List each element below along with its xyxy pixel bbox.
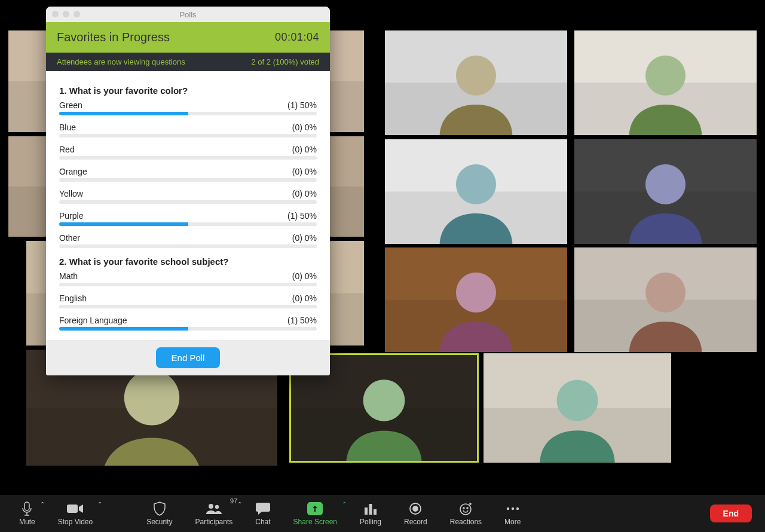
window-controls[interactable] bbox=[52, 11, 80, 17]
svg-rect-40 bbox=[365, 507, 368, 515]
option-bar bbox=[59, 200, 317, 204]
more-button[interactable]: More bbox=[498, 495, 527, 532]
poll-option: Blue(0) 0% bbox=[59, 123, 317, 137]
svg-point-32 bbox=[363, 380, 405, 421]
poll-option: English(0) 0% bbox=[59, 293, 317, 308]
option-label: English bbox=[59, 293, 87, 303]
share-screen-label: Share Screen bbox=[293, 518, 337, 526]
option-bar bbox=[59, 222, 317, 226]
svg-point-39 bbox=[215, 505, 219, 509]
poll-question: 2. What is your favorite school subject? bbox=[59, 256, 317, 267]
video-icon bbox=[67, 501, 84, 516]
poll-title: Favorites in Progress bbox=[57, 30, 170, 44]
end-meeting-button[interactable]: End bbox=[710, 505, 752, 522]
meeting-toolbar: Mute ⌃ Stop Video ⌃ Security Participant… bbox=[0, 495, 765, 532]
mute-label: Mute bbox=[19, 518, 35, 526]
option-bar bbox=[59, 178, 317, 182]
reactions-button[interactable]: Reactions bbox=[444, 495, 488, 532]
polling-icon bbox=[364, 501, 377, 516]
video-tile[interactable] bbox=[574, 30, 757, 135]
svg-rect-41 bbox=[369, 504, 372, 515]
poll-option: Red(0) 0% bbox=[59, 145, 317, 160]
option-pct: (1) 50% bbox=[287, 211, 317, 221]
record-button[interactable]: Record bbox=[398, 495, 433, 532]
security-label: Security bbox=[146, 518, 172, 526]
option-pct: (0) 0% bbox=[292, 123, 317, 132]
svg-point-8 bbox=[645, 56, 686, 96]
option-pct: (0) 0% bbox=[292, 145, 317, 154]
option-label: Green bbox=[59, 100, 82, 110]
chevron-up-icon[interactable]: ⌃ bbox=[40, 501, 45, 507]
option-bar bbox=[59, 112, 317, 115]
participants-button[interactable]: Participants 97 ⌃ bbox=[189, 495, 239, 532]
option-label: Yellow bbox=[59, 189, 83, 198]
security-button[interactable]: Security bbox=[140, 495, 178, 532]
share-screen-button[interactable]: Share Screen ⌃ bbox=[287, 495, 343, 532]
participants-icon bbox=[205, 501, 223, 516]
chevron-up-icon[interactable]: ⌃ bbox=[237, 501, 242, 507]
poll-footer: End Poll bbox=[46, 340, 330, 375]
svg-point-23 bbox=[456, 273, 496, 313]
poll-option: Math(0) 0% bbox=[59, 271, 317, 286]
video-tile[interactable] bbox=[385, 247, 567, 352]
window-title: Polls bbox=[46, 10, 330, 19]
poll-titlebar[interactable]: Polls bbox=[46, 7, 330, 22]
stop-video-button[interactable]: Stop Video ⌃ bbox=[52, 495, 99, 532]
option-label: Foreign Language bbox=[59, 316, 127, 325]
close-icon[interactable] bbox=[52, 11, 59, 17]
participants-label: Participants bbox=[195, 518, 233, 526]
record-label: Record bbox=[404, 518, 427, 526]
more-icon bbox=[506, 501, 520, 516]
svg-point-50 bbox=[516, 507, 519, 510]
video-tile[interactable] bbox=[484, 353, 671, 463]
poll-status-bar: Attendees are now viewing questions 2 of… bbox=[46, 53, 330, 71]
video-tile[interactable] bbox=[385, 30, 567, 135]
poll-option: Yellow(0) 0% bbox=[59, 189, 317, 204]
svg-point-49 bbox=[512, 507, 514, 510]
svg-point-26 bbox=[645, 273, 686, 313]
option-label: Orange bbox=[59, 167, 87, 176]
reactions-icon bbox=[459, 501, 472, 516]
participants-count: 97 bbox=[230, 497, 237, 505]
option-pct: (0) 0% bbox=[292, 293, 317, 303]
poll-window[interactable]: Polls Favorites in Progress 00:01:04 Att… bbox=[46, 7, 330, 375]
option-bar bbox=[59, 244, 317, 248]
option-pct: (1) 50% bbox=[287, 100, 317, 110]
chevron-up-icon[interactable]: ⌃ bbox=[97, 501, 102, 507]
more-label: More bbox=[504, 518, 521, 526]
poll-option: Foreign Language(1) 50% bbox=[59, 316, 317, 331]
maximize-icon[interactable] bbox=[74, 11, 80, 17]
reactions-label: Reactions bbox=[450, 518, 482, 526]
poll-option: Purple(1) 50% bbox=[59, 211, 317, 226]
video-tile[interactable] bbox=[574, 139, 757, 244]
chat-button[interactable]: Chat bbox=[249, 495, 276, 532]
svg-point-5 bbox=[456, 56, 496, 96]
polling-button[interactable]: Polling bbox=[354, 495, 387, 532]
end-poll-button[interactable]: End Poll bbox=[156, 347, 221, 368]
video-tile[interactable] bbox=[574, 247, 757, 352]
svg-point-17 bbox=[645, 164, 686, 204]
microphone-icon bbox=[22, 501, 32, 516]
shield-icon bbox=[153, 501, 166, 516]
share-screen-icon bbox=[307, 501, 323, 516]
option-bar bbox=[59, 327, 317, 331]
option-pct: (1) 50% bbox=[287, 316, 317, 325]
svg-point-38 bbox=[209, 504, 213, 509]
record-icon bbox=[409, 501, 422, 516]
chat-label: Chat bbox=[255, 518, 270, 526]
svg-point-29 bbox=[124, 370, 179, 425]
svg-rect-36 bbox=[25, 502, 29, 510]
poll-option: Green(1) 50% bbox=[59, 100, 317, 115]
mute-button[interactable]: Mute ⌃ bbox=[13, 495, 41, 532]
option-bar bbox=[59, 283, 317, 286]
svg-point-48 bbox=[507, 507, 509, 510]
poll-status-right: 2 of 2 (100%) voted bbox=[252, 57, 319, 66]
chevron-up-icon[interactable]: ⌃ bbox=[342, 501, 347, 507]
option-label: Math bbox=[59, 271, 78, 281]
option-label: Other bbox=[59, 233, 80, 243]
option-pct: (0) 0% bbox=[292, 233, 317, 243]
video-tile[interactable] bbox=[385, 139, 567, 244]
minimize-icon[interactable] bbox=[63, 11, 69, 17]
option-bar bbox=[59, 134, 317, 137]
svg-point-45 bbox=[460, 504, 471, 515]
